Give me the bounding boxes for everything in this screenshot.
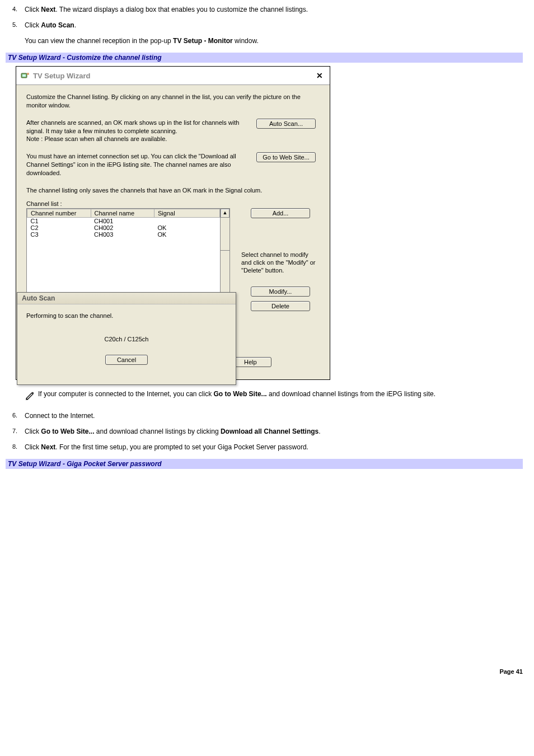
go-to-web-site-button[interactable]: Go to Web Site... [256,152,316,162]
note-icon [25,390,38,403]
step-text: Connect to the Internet. [25,412,95,420]
col-channel-name[interactable]: Channel name [91,209,154,217]
step-number: 4. [12,6,17,12]
save-description: The channel listing only saves the chann… [26,186,320,195]
section-header-2: TV Setup Wizard - Giga Pocket Server pas… [6,459,523,469]
svg-point-2 [27,73,29,75]
scroll-up-icon[interactable]: ▲ [221,209,229,218]
step-subtext: You can view the channel reception in th… [25,37,523,45]
step-text: Click Auto Scan. [25,21,76,29]
channel-list-label: Channel list : [26,200,320,207]
scan-description: After channels are scanned, an OK mark s… [26,119,252,144]
step-number: 8. [12,443,17,450]
step-text: Click Next. For the first time setup, yo… [25,443,308,451]
step-number: 6. [12,412,17,419]
dialog-title: TV Setup Wizard [33,72,314,80]
step-text: Click Go to Web Site... and download cha… [25,428,321,435]
modify-button[interactable]: Modify... [251,287,310,297]
col-signal[interactable]: Signal [154,209,220,217]
note-text: If your computer is connected to the Int… [38,390,435,398]
step-text: Click Next. The wizard displays a dialog… [25,6,308,13]
table-row[interactable]: C2CH002OK [27,224,220,231]
section-header-1: TV Setup Wizard - Customize the channel … [6,53,523,63]
auto-scan-progress: C20ch / C125ch [26,336,227,342]
web-description: You must have an internet connection set… [26,152,252,177]
wizard-icon [21,71,30,80]
svg-rect-1 [22,74,26,77]
auto-scan-title: Auto Scan [17,293,236,304]
modify-help-text: Select channel to modify and click on th… [241,251,320,275]
table-row[interactable]: C1CH001 [27,217,220,224]
auto-scan-dialog: Auto Scan Performing to scan the channel… [17,292,236,385]
scrollbar[interactable]: ▲ [220,208,230,251]
step-number: 5. [12,21,17,28]
page-number: Page 41 [6,668,523,675]
delete-button[interactable]: Delete [251,301,310,311]
auto-scan-button[interactable]: Auto Scan... [256,119,316,129]
table-row[interactable]: C3CH003OK [27,231,220,238]
add-button[interactable]: Add... [251,208,310,218]
dialog-intro: Customize the Channel listing. By clicki… [26,93,320,110]
close-icon[interactable]: ✕ [314,71,325,80]
channel-list-table[interactable]: Channel number Channel name Signal C1CH0… [26,208,220,252]
col-channel-number[interactable]: Channel number [27,209,91,217]
auto-scan-status: Performing to scan the channel. [26,312,227,319]
tv-setup-wizard-dialog: TV Setup Wizard ✕ Customize the Channel … [16,66,330,380]
step-number: 7. [12,428,17,434]
auto-scan-cancel-button[interactable]: Cancel [105,355,148,365]
